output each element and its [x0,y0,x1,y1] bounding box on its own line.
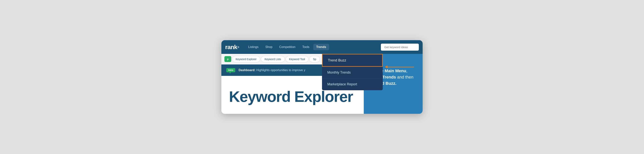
info-main-menu-bold: Main Menu [385,68,406,73]
nav-listings[interactable]: Listings [245,44,262,50]
logo-text: rank [225,44,237,51]
sub-nav-keyword-lists[interactable]: Keyword Lists [261,56,284,62]
dropdown-marketplace-report[interactable]: Marketplace Report [322,79,383,90]
arrow-head-icon [385,65,388,68]
nav-shop[interactable]: Shop [262,44,275,50]
nav-competition[interactable]: Competition [276,44,298,50]
app-window: rank® Listings Shop Competition Tools Tr… [222,40,422,114]
sub-nav-sp[interactable]: Sp [309,56,320,62]
sub-nav-keyword-tool[interactable]: Keyword Tool [286,56,309,62]
nav-links: Listings Shop Competition Tools Trends [245,44,381,50]
dropdown-trend-buzz[interactable]: Trend Buzz [322,54,383,67]
dashboard-body: Highlights opportunities to improve y [256,68,305,72]
sub-nav-keyword-explorer[interactable]: Keyword Explorer [232,56,260,62]
dropdown-monthly-trends[interactable]: Monthly Trends [322,67,383,79]
app-logo[interactable]: rank® [225,44,239,51]
dashboard-label: Dashboard: [239,68,256,72]
logo-symbol: ® [238,46,239,49]
keyword-explorer-title: Keyword Explorer [229,89,353,104]
trends-dropdown: Trend Buzz Monthly Trends Marketplace Re… [322,54,383,90]
nav-trends[interactable]: Trends [313,44,329,50]
sub-nav-prefix[interactable]: p [224,56,231,62]
dashboard-text: Dashboard: Highlights opportunities to i… [239,68,305,72]
search-input[interactable] [381,44,419,51]
intro-badge: Intro [226,68,236,73]
arrow-pointer [385,65,414,68]
arrow-line [388,67,414,67]
top-nav: rank® Listings Shop Competition Tools Tr… [222,40,422,54]
info-trends-bold: Trends [382,75,396,79]
nav-tools[interactable]: Tools [299,44,312,50]
